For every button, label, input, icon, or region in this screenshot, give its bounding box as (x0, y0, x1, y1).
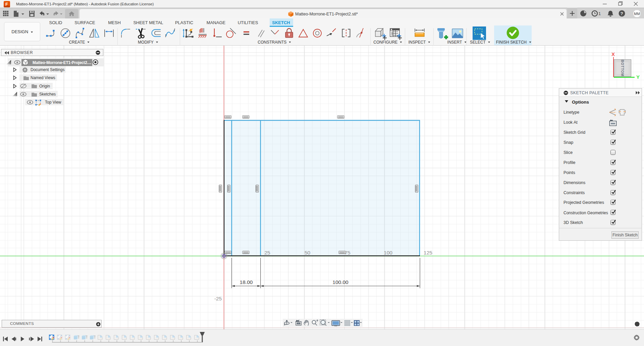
svg-text:25: 25 (264, 250, 270, 255)
svg-text:-25: -25 (214, 296, 222, 301)
svg-text:50: 50 (305, 250, 311, 255)
svg-text:100: 100 (384, 250, 392, 255)
svg-text:125: 125 (424, 250, 432, 255)
svg-text:100.00: 100.00 (332, 279, 348, 285)
svg-text:75: 75 (344, 250, 350, 255)
svg-text:18.00: 18.00 (240, 279, 253, 285)
